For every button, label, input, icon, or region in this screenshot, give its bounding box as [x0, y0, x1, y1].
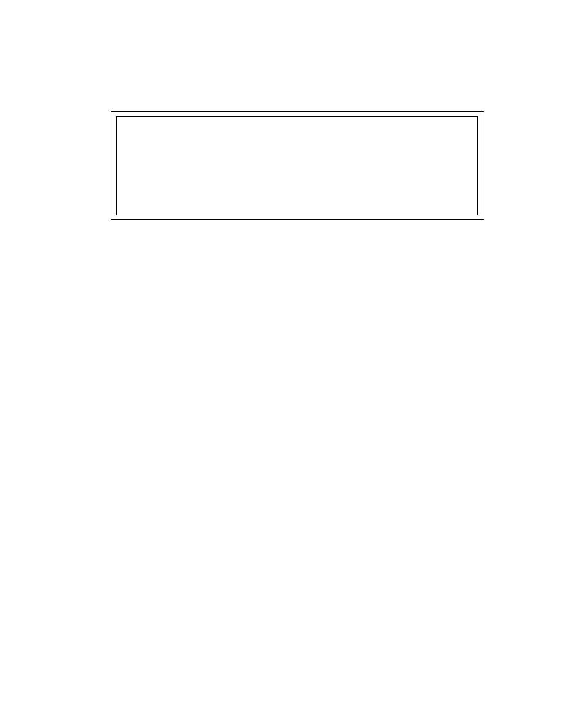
inner-frame: [116, 116, 478, 215]
